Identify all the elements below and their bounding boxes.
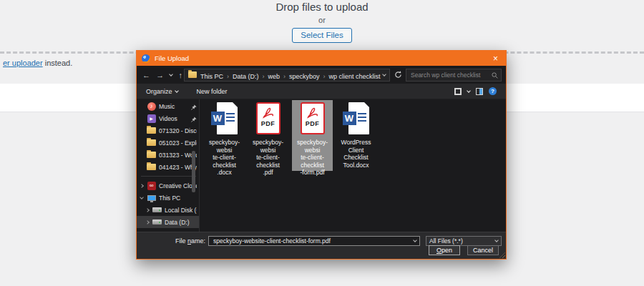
organize-label: Organize bbox=[146, 88, 172, 95]
file-item-name: WordPress ClientChecklistTool.docx bbox=[336, 139, 376, 169]
file-upload-dialog: File Upload × ← → ↑ This PC›Data (D:)›we… bbox=[136, 50, 507, 260]
icon-folder-icon bbox=[147, 126, 156, 135]
drop-or-text: or bbox=[0, 16, 644, 24]
search-icon bbox=[492, 69, 498, 82]
pin-icon bbox=[191, 112, 197, 125]
dialog-titlebar[interactable]: File Upload × bbox=[137, 51, 506, 66]
file-item[interactable]: Wspeckyboy-website-client-checklist.docx bbox=[204, 100, 245, 171]
expand-chevron-icon[interactable] bbox=[140, 184, 147, 187]
folder-icon bbox=[147, 152, 156, 158]
breadcrumb-separator: › bbox=[227, 73, 229, 80]
cancel-button[interactable]: Cancel bbox=[467, 245, 499, 255]
sidebar-separator bbox=[141, 176, 196, 177]
breadcrumb-item[interactable]: This PC bbox=[200, 73, 223, 80]
file-item[interactable]: PDFspeckyboy-website-client-checklist.pd… bbox=[248, 100, 288, 171]
file-item[interactable]: PDFspeckyboy-website-client-checklist-fo… bbox=[292, 100, 333, 171]
close-icon[interactable]: × bbox=[490, 54, 501, 63]
expand-chevron-icon[interactable] bbox=[146, 209, 152, 212]
sidebar-scrollbar[interactable] bbox=[192, 151, 195, 192]
file-item[interactable]: WWordPress ClientChecklistTool.docx bbox=[336, 100, 376, 171]
file-list: Wspeckyboy-website-client-checklist.docx… bbox=[200, 99, 506, 232]
pc-icon bbox=[147, 195, 156, 201]
expand-chevron-icon[interactable] bbox=[146, 221, 152, 224]
videos-icon: ▶ bbox=[147, 114, 156, 123]
pdf-file-icon: PDF bbox=[254, 102, 283, 136]
sidebar-item-label: 071320 - Discou bbox=[159, 127, 197, 134]
sidebar-item-031323-wordf[interactable]: 031323 - WordF bbox=[137, 149, 199, 161]
icon-cc-icon: ∞ bbox=[147, 181, 156, 190]
sidebar-item-071320-discou[interactable]: 071320 - Discou bbox=[137, 124, 199, 137]
icon-folder-icon bbox=[147, 138, 156, 147]
sidebar-item-label: Videos bbox=[159, 115, 191, 122]
breadcrumb-item[interactable]: web bbox=[268, 73, 280, 80]
toolbar-right-icons: ? bbox=[454, 87, 497, 95]
sidebar-item-music[interactable]: ♪Music bbox=[137, 100, 199, 112]
file-item-name: speckyboy-website-client-checklist.docx bbox=[204, 139, 245, 177]
file-name-chevron-icon[interactable] bbox=[413, 238, 417, 242]
views-chevron-icon[interactable] bbox=[467, 89, 471, 93]
breadcrumb-item[interactable]: speckyboy bbox=[289, 73, 320, 80]
organize-button[interactable]: Organize bbox=[146, 88, 178, 95]
drive-icon bbox=[152, 207, 162, 212]
up-icon[interactable]: ↑ bbox=[178, 71, 182, 79]
navigation-pane: ♪Music▶Videos071320 - Discou051023 - Exp… bbox=[137, 99, 200, 232]
cc-icon: ∞ bbox=[147, 182, 156, 190]
refresh-icon[interactable] bbox=[390, 69, 406, 82]
upload-drop-zone: Drop files to upload or Select Files bbox=[0, 0, 644, 43]
file-name-input[interactable] bbox=[212, 237, 414, 245]
pin-icon bbox=[191, 100, 197, 113]
forward-icon[interactable]: → bbox=[156, 71, 164, 79]
word-file-icon: W bbox=[210, 102, 239, 136]
change-view-icon[interactable] bbox=[454, 88, 462, 95]
dialog-footer: File name: All Files (*.*) Open Cancel bbox=[137, 232, 506, 259]
drop-files-title: Drop files to upload bbox=[0, 1, 644, 13]
sidebar-item-041423-why-d[interactable]: 041423 - Why D bbox=[137, 161, 199, 173]
sidebar-item-creative-cloud-f[interactable]: ∞Creative Cloud F bbox=[137, 179, 199, 192]
folder-icon bbox=[147, 139, 156, 146]
pdf-file-icon: PDF bbox=[298, 102, 327, 136]
folder-icon bbox=[147, 164, 156, 170]
command-toolbar: Organize New folder ? bbox=[137, 84, 506, 99]
dialog-main: ♪Music▶Videos071320 - Discou051023 - Exp… bbox=[137, 99, 506, 232]
new-folder-label: New folder bbox=[197, 88, 228, 95]
breadcrumb: This PC›Data (D:)›web›speckyboy›wp clien… bbox=[197, 69, 381, 82]
file-item-name: speckyboy-website-client-checklist.pdf bbox=[248, 139, 288, 177]
breadcrumb-item[interactable]: wp client checklist bbox=[329, 73, 381, 80]
browser-uploader-link[interactable]: er uploader bbox=[3, 59, 43, 67]
search-input[interactable] bbox=[409, 71, 492, 79]
new-folder-button[interactable]: New folder bbox=[197, 88, 228, 95]
music-icon: ♪ bbox=[147, 102, 156, 111]
recent-locations-chevron-icon[interactable] bbox=[169, 72, 173, 77]
sidebar-item-local-disk-c[interactable]: Local Disk (C:) bbox=[137, 204, 199, 216]
breadcrumb-item[interactable]: Data (D:) bbox=[233, 73, 259, 80]
address-chevron-icon[interactable] bbox=[382, 72, 386, 77]
icon-folder-icon bbox=[147, 162, 156, 172]
search-box bbox=[406, 69, 502, 82]
select-files-button[interactable]: Select Files bbox=[292, 28, 351, 43]
sidebar-item-label: This PC bbox=[159, 194, 197, 202]
sidebar-item-this-pc[interactable]: This PC bbox=[137, 192, 199, 204]
icon-pc-icon bbox=[147, 193, 156, 202]
sidebar-item-label: Music bbox=[159, 103, 191, 110]
address-bar[interactable]: This PC›Data (D:)›web›speckyboy›wp clien… bbox=[184, 69, 390, 82]
preview-pane-icon[interactable] bbox=[476, 88, 483, 95]
sidebar-item-label: 051023 - Explori bbox=[159, 139, 197, 147]
firefox-icon bbox=[142, 54, 150, 63]
resize-grip[interactable] bbox=[499, 252, 505, 258]
sidebar-item-051023-explori[interactable]: 051023 - Explori bbox=[137, 137, 199, 149]
file-item-name: speckyboy-website-client-checklist-form.… bbox=[292, 139, 333, 177]
file-type-select[interactable]: All Files (*.*) bbox=[426, 236, 502, 246]
file-name-field bbox=[208, 236, 420, 246]
back-icon[interactable]: ← bbox=[142, 71, 150, 79]
icon-drive-icon bbox=[152, 205, 162, 214]
help-icon[interactable]: ? bbox=[489, 87, 497, 95]
sidebar-item-videos[interactable]: ▶Videos bbox=[137, 112, 199, 124]
icon-music-icon: ♪ bbox=[147, 102, 156, 111]
organize-chevron-icon bbox=[175, 89, 179, 93]
expand-chevron-icon[interactable] bbox=[140, 197, 147, 199]
file-type-chevron-icon bbox=[494, 238, 499, 242]
open-button[interactable]: Open bbox=[429, 245, 460, 255]
sidebar-item-data-d[interactable]: Data (D:) bbox=[137, 216, 199, 228]
icon-folder-icon bbox=[147, 150, 156, 159]
file-type-value: All Files (*.*) bbox=[429, 237, 495, 245]
